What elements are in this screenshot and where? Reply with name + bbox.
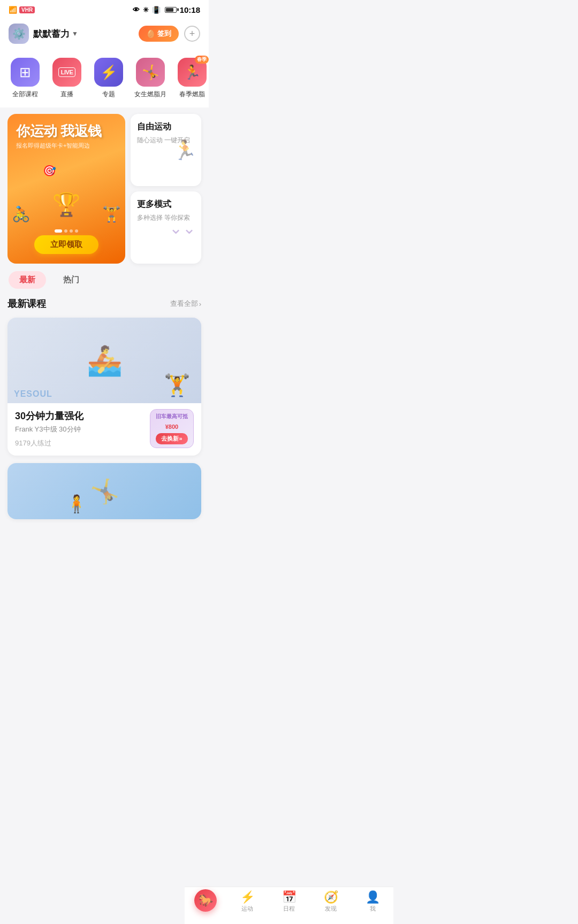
category-icon-spring: 🏃 春季 [178,58,207,87]
tab-popular[interactable]: 热门 [52,271,90,289]
carrier-icon: VHR [19,6,35,13]
spring-icon: 🏃 [184,64,201,81]
category-label-live: 直播 [60,90,73,99]
person-right-icon: 🏋️ [102,205,121,223]
sign-in-button[interactable]: 🥚 签到 [139,26,179,42]
quick-card-more-modes[interactable]: 更多模式 多种选择 等你探索 ⌄⌄ [131,191,201,264]
category-item-girls-fat[interactable]: 🤸 女生燃脂月 [130,58,171,99]
topics-icon: ⚡ [100,64,117,81]
tradein-cta[interactable]: 去换新» [156,433,188,444]
category-item-topics[interactable]: ⚡ 专题 [88,58,130,99]
girls-icon: 🤸 [142,64,159,81]
category-item-live[interactable]: LIVE 直播 [46,58,88,99]
categories-inner: ⊞ 全部课程 LIVE 直播 ⚡ 专题 🤸 女生燃脂月 [0,58,209,99]
category-label-girls: 女生燃脂月 [134,90,166,99]
eye-icon: 👁 [133,6,140,14]
brand-watermark: YESOUL [14,389,52,399]
dot-4 [75,229,78,233]
chevron-right-icon: › [199,300,201,308]
tradein-price: ¥800 [156,420,188,432]
tradein-price-value: ¥800 [165,424,178,430]
category-icon-girls: 🤸 [136,58,165,87]
username-label: 默默蓄力 [33,28,70,40]
category-icon-live: LIVE [52,58,81,87]
free-exercise-title: 自由运动 [137,121,195,133]
time-display: 10:18 [180,5,200,14]
category-icon-topics: ⚡ [94,58,123,87]
tabs-row: 最新 热门 [7,271,201,289]
person2-icon: 🧍 [66,494,87,514]
banner-subtitle: 报名即得超级年卡+智能周边 [16,142,117,150]
tab-latest[interactable]: 最新 [9,271,46,289]
add-button[interactable]: + [184,26,200,42]
banner-illustration: 🚴 🏆 🏋️ 🎯 [7,164,125,223]
dot-1 [55,229,62,233]
category-label-topics: 专题 [102,90,115,99]
category-scroll: ⊞ 全部课程 LIVE 直播 ⚡ 专题 🤸 女生燃脂月 [0,50,209,107]
status-left: 📶 VHR [9,6,35,14]
quick-card-free-exercise[interactable]: 自由运动 随心运动 一键开启 🏃 [131,114,201,186]
more-modes-title: 更多模式 [137,199,195,210]
running-icon: 🏃 [173,139,197,161]
course-thumb-0: 🚣 YESOUL 🏋️ [7,318,201,403]
coin-icon: 🥚 [146,29,155,38]
username-row: 默默蓄力 ▼ [33,28,78,40]
live-icon: LIVE [58,67,75,77]
category-icon-all: ⊞ [11,58,40,87]
dropdown-arrow-icon[interactable]: ▼ [72,30,78,37]
course-thumb-bg-0: 🚣 YESOUL 🏋️ [7,318,201,403]
latest-section-header: 最新课程 查看全部 › [7,297,201,310]
category-item-all-courses[interactable]: ⊞ 全部课程 [4,58,46,99]
see-all-label: 查看全部 [170,299,198,309]
vibrate-icon: 📳 [152,6,161,14]
category-label-all: 全部课程 [12,90,38,99]
tradein-label: 旧车最高可抵 [156,413,188,420]
category-item-spring-fat[interactable]: 🏃 春季 春季燃脂 [171,58,209,99]
banner-cta-button[interactable]: 立即领取 [34,235,98,254]
trophy-icon: 🏆 [52,191,80,218]
banner-title: 你运动 我返钱 [16,124,117,140]
latest-section-title: 最新课程 [7,297,46,310]
rowing-icon: 🚣 [87,344,123,378]
course-card-0[interactable]: 🚣 YESOUL 🏋️ 30分钟力量强化 Frank Y3中级 30分钟 917… [7,318,201,456]
app-header: ⚙️ 默默蓄力 ▼ 🥚 签到 + [0,18,209,50]
all-courses-icon: ⊞ [19,64,31,81]
main-content: 你运动 我返钱 报名即得超级年卡+智能周边 🚴 🏆 🏋️ 🎯 立即领取 [0,107,209,581]
status-bar: 📶 VHR 👁 ✳ 📳 10:18 [0,0,209,18]
course-card-1[interactable]: 🤸 🧍 [7,463,201,519]
aerobic-icon: 🤸 [90,478,119,505]
battery-icon [165,7,177,13]
person-exercise-icon: 🏋️ [164,373,191,398]
banner-dots [55,229,78,233]
avatar[interactable]: ⚙️ [9,24,29,44]
header-right: 🥚 签到 + [139,26,200,42]
person-left-icon: 🚴 [12,205,31,223]
chevron-down-icon: ⌄⌄ [169,218,196,237]
quick-cards: 自由运动 随心运动 一键开启 🏃 更多模式 多种选择 等你探索 ⌄⌄ [131,114,201,264]
see-all-button[interactable]: 查看全部 › [170,299,201,309]
equipment-icon: 🎯 [43,164,56,177]
wifi-icon: 📶 [9,6,17,14]
banner-inner: 你运动 我返钱 报名即得超级年卡+智能周边 🚴 🏆 🏋️ 🎯 立即领取 [7,114,125,264]
sign-btn-label: 签到 [157,29,171,38]
category-label-spring: 春季燃脂 [179,90,205,99]
spring-badge: 春季 [195,56,209,64]
dot-2 [64,229,67,233]
promo-banner[interactable]: 你运动 我返钱 报名即得超级年卡+智能周边 🚴 🏆 🏋️ 🎯 立即领取 [7,114,125,264]
course-thumb-1: 🤸 🧍 [7,463,201,519]
bottom-spacer [7,527,201,575]
tradein-badge[interactable]: 旧车最高可抵 ¥800 去换新» [150,409,194,448]
dot-3 [70,229,73,233]
status-right: 👁 ✳ 📳 10:18 [133,5,200,14]
bluetooth-icon: ✳ [143,6,149,14]
banner-section: 你运动 我返钱 报名即得超级年卡+智能周边 🚴 🏆 🏋️ 🎯 立即领取 [7,114,201,264]
header-left: ⚙️ 默默蓄力 ▼ [9,24,78,44]
